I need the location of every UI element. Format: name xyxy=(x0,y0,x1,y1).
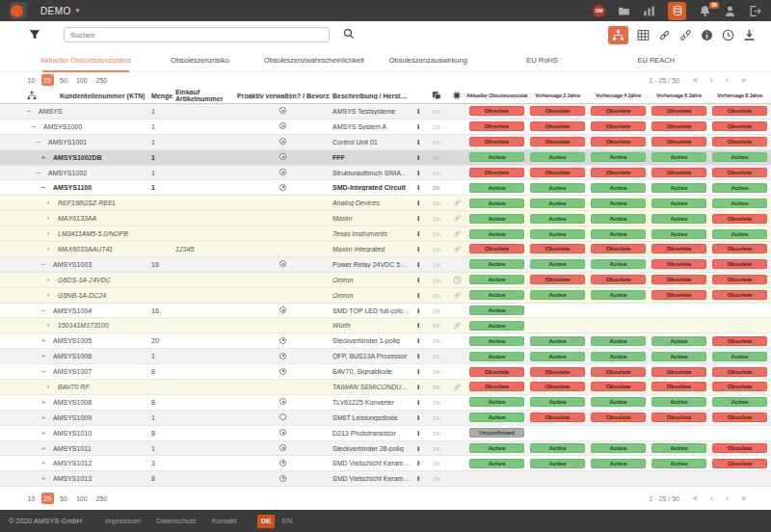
info-icon[interactable]: i xyxy=(417,291,419,300)
unlink-icon[interactable] xyxy=(679,29,692,41)
chevron-right-icon[interactable]: › xyxy=(44,214,52,223)
obsolescence-db-icon[interactable]: Db xyxy=(433,354,440,359)
table-row[interactable]: ›MAX6133AAMaximiDbActiveActiveActiveActi… xyxy=(0,211,771,226)
info-icon[interactable]: i xyxy=(417,245,419,253)
tab-4[interactable]: Obsoleszenzauswirkung xyxy=(371,48,485,71)
table-row[interactable]: −AMSYS11001SMD-Integrated CircuitiDbActi… xyxy=(0,180,771,196)
proactive-radio[interactable] xyxy=(279,306,286,313)
download-icon[interactable] xyxy=(743,29,756,41)
info-icon[interactable]: i xyxy=(417,260,419,269)
table-row[interactable]: −AMSYS1AMSYS TestsystemeiDbObsoleteObsol… xyxy=(0,104,771,120)
info-icon[interactable]: i xyxy=(417,138,419,146)
page-size-100[interactable]: 100 xyxy=(73,492,90,504)
table-row[interactable]: +AMSYS10138SMD Vielschicht Keramikkond..… xyxy=(0,471,771,487)
obsolescence-db-icon[interactable]: Db xyxy=(433,338,440,344)
table-row[interactable]: −AMSYS10078BAV70, SignaldiodeiDbObsolete… xyxy=(0,364,771,380)
proactive-radio[interactable] xyxy=(279,337,286,344)
link-icon[interactable] xyxy=(453,229,462,236)
collapse-icon[interactable]: − xyxy=(40,183,47,192)
table-row[interactable]: −AMSYS10011Control Unit 01iDbObsoleteObs… xyxy=(0,135,771,150)
obsolescence-db-icon[interactable]: Db xyxy=(433,231,440,237)
collapse-icon[interactable]: − xyxy=(35,169,42,177)
table-row[interactable]: ›MAX6033AAUT4112345Maxim IntegratediDbOb… xyxy=(0,242,771,257)
tab-6[interactable]: EU REACH xyxy=(599,48,713,71)
table-row[interactable]: ›150141M173100WürthiDbActive xyxy=(0,318,771,333)
table-row[interactable]: ›BAV70 RFTAIWAN SEMICONDUCTORiDbObsolete… xyxy=(0,380,771,395)
expand-icon[interactable]: + xyxy=(40,413,47,422)
obsolescence-db-icon[interactable]: Db xyxy=(433,308,440,314)
info-icon[interactable]: i xyxy=(417,276,419,284)
last-page-icon[interactable]: » xyxy=(741,494,746,503)
proactive-radio[interactable] xyxy=(279,413,286,420)
footer-link-datenschutz[interactable]: Datenschutz xyxy=(156,517,197,525)
tab-3[interactable]: Obsoleszenzwahrscheinlichkeit xyxy=(257,48,371,71)
amsys-logo-icon[interactable] xyxy=(10,2,27,19)
chevron-right-icon[interactable]: › xyxy=(44,199,52,207)
info-icon[interactable]: i xyxy=(417,459,419,467)
link-icon[interactable] xyxy=(658,29,671,41)
table-view-icon[interactable] xyxy=(637,29,650,41)
search-input[interactable] xyxy=(64,27,330,42)
proactive-radio[interactable] xyxy=(279,169,286,175)
table-row[interactable]: +AMSYS10123SMD Vielschicht Keramikkond..… xyxy=(0,456,771,471)
obsolescence-db-icon[interactable]: Db xyxy=(433,262,440,268)
expand-icon[interactable]: + xyxy=(40,429,47,438)
obsolescence-db-icon[interactable]: Db xyxy=(433,247,440,253)
collapse-icon[interactable]: − xyxy=(40,306,47,315)
table-row[interactable]: −AMSYS10001AMSYS System AiDbObsoleteObso… xyxy=(0,120,771,135)
chevron-right-icon[interactable]: › xyxy=(44,321,52,330)
info-icon[interactable]: i xyxy=(417,383,419,391)
expand-icon[interactable]: + xyxy=(40,444,47,453)
first-page-icon[interactable]: « xyxy=(693,494,698,503)
proactive-radio[interactable] xyxy=(279,107,286,114)
tab-1[interactable]: Aktueller Obsoleszenzstatus xyxy=(29,48,143,71)
obsolescence-db-icon[interactable]: Db xyxy=(433,124,440,130)
info-icon[interactable]: i xyxy=(417,169,419,177)
link-icon[interactable] xyxy=(453,215,462,222)
info-icon[interactable]: i xyxy=(417,122,419,131)
table-row[interactable]: −AMSYS10021Strukturaufbruch SIMATIC S7-.… xyxy=(0,166,771,181)
page-size-250[interactable]: 250 xyxy=(93,492,110,504)
info-icon[interactable]: i xyxy=(417,199,419,207)
proactive-radio[interactable] xyxy=(279,138,286,145)
project-selector[interactable]: DEMO ▼ xyxy=(40,6,81,16)
proactive-radio[interactable] xyxy=(279,122,286,129)
collapse-icon[interactable]: − xyxy=(35,138,42,146)
obsolescence-db-icon[interactable]: Db xyxy=(433,415,440,421)
obsolescence-db-icon[interactable]: Db xyxy=(433,385,440,390)
info-icon[interactable]: i xyxy=(417,336,419,345)
info-icon[interactable] xyxy=(701,29,713,41)
proactive-radio[interactable] xyxy=(279,444,286,451)
table-row[interactable]: ›G6DS-1A-24VDCOmroniDbActiveObsoleteObso… xyxy=(0,273,771,288)
page-size-10[interactable]: 10 xyxy=(25,74,38,86)
obsolescence-db-icon[interactable]: Db xyxy=(433,171,440,176)
obsolescence-db-icon[interactable]: Db xyxy=(433,185,440,191)
tab-5[interactable]: EU RoHS xyxy=(485,48,598,71)
info-icon[interactable]: i xyxy=(417,474,419,483)
last-page-icon[interactable]: » xyxy=(741,76,746,85)
collapse-icon[interactable]: − xyxy=(40,367,47,376)
expand-icon[interactable]: + xyxy=(40,398,47,407)
obsolescence-db-icon[interactable]: Db xyxy=(433,155,440,161)
user-icon[interactable] xyxy=(724,5,736,17)
search-button[interactable] xyxy=(343,28,355,42)
table-row[interactable]: −AMSYS100416SMD TOP LED full-color water… xyxy=(0,304,771,319)
obsolescence-db-icon[interactable]: Db xyxy=(433,461,440,466)
link-icon[interactable] xyxy=(453,200,462,206)
page-size-250[interactable]: 250 xyxy=(93,74,110,86)
proactive-radio[interactable] xyxy=(279,153,286,160)
obsolescence-db-icon[interactable]: Db xyxy=(433,109,440,115)
expand-icon[interactable]: + xyxy=(40,352,47,360)
sign-out-icon[interactable] xyxy=(749,5,761,17)
footer-link-impressum[interactable]: Impressum xyxy=(105,517,141,525)
chevron-right-icon[interactable]: › xyxy=(44,229,52,238)
info-icon[interactable]: i xyxy=(417,413,419,422)
hierarchy-view-icon[interactable] xyxy=(608,26,628,44)
filter-funnel-icon[interactable] xyxy=(29,29,40,40)
page-size-50[interactable]: 50 xyxy=(58,74,70,86)
info-icon[interactable]: i xyxy=(417,444,419,453)
obsolescence-db-icon[interactable]: Db xyxy=(433,323,440,329)
info-icon[interactable]: i xyxy=(417,183,419,192)
table-row[interactable]: +AMSYS10091SM6T LeistungsdiodeiDbActiveO… xyxy=(0,411,771,426)
proactive-radio[interactable] xyxy=(279,368,286,375)
